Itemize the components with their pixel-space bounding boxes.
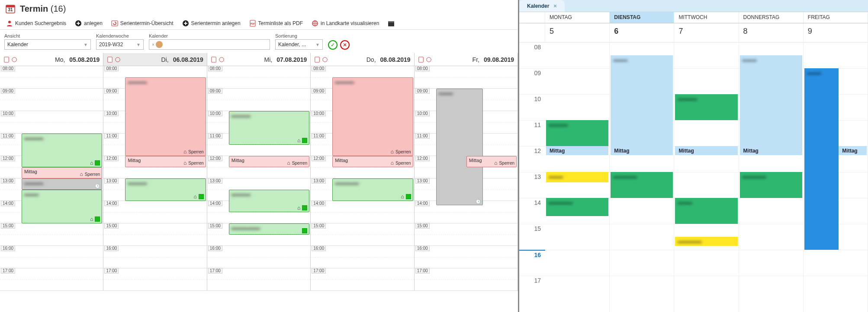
calendar-event[interactable]: Mittag — [740, 146, 802, 155]
home-icon: ⌂ — [90, 160, 93, 166]
toolbar-anlegen[interactable]: anlegen — [75, 20, 103, 27]
home-icon: ⌂ — [183, 160, 186, 166]
calendar-event[interactable]: Mittag⌂Sperren — [125, 156, 206, 167]
calendar-event[interactable]: ▬▬▬ — [611, 55, 673, 146]
pdf-icon[interactable] — [3, 57, 10, 63]
calendar-event[interactable]: Mittag⌂Sperren — [22, 167, 102, 178]
hour-row[interactable]: 15:00 — [311, 223, 414, 246]
hour-row[interactable]: 09:00 — [207, 89, 310, 111]
calendar-event[interactable]: ▬▬▬▬⌂Sperren — [125, 77, 206, 156]
hour-label: 17:00 — [415, 268, 430, 274]
event-title: ▬▬▬▬ — [24, 180, 43, 185]
globe-icon[interactable] — [11, 57, 17, 63]
calendar-event[interactable]: ▬▬▬ — [675, 198, 737, 224]
hour-row[interactable]: 17:00 — [415, 268, 518, 291]
right-day-column: ▬▬▬Mittag▬▬▬▬▬ — [610, 42, 674, 312]
calendar-event[interactable]: ▬▬▬▬ — [546, 120, 608, 146]
hour-label: 16:00 — [415, 245, 430, 251]
tab-kalender[interactable]: Kalender × — [519, 0, 565, 12]
hour-label: 13:00 — [312, 178, 326, 184]
toolbar-terminliste-pdf[interactable]: PDF Terminliste als PDF — [249, 20, 303, 27]
hour-row[interactable]: 10:00 — [0, 111, 103, 134]
toolbar-serientermin-anlegen[interactable]: Serientermin anlegen — [182, 20, 241, 27]
user-chip[interactable]: × — [152, 41, 163, 48]
hour-row[interactable]: 15:00 — [415, 223, 518, 246]
hour-row[interactable]: 08:00 — [415, 66, 518, 89]
hour-row[interactable]: 15:00 — [0, 223, 103, 246]
toolbar-in-landkarte[interactable]: in Landkarte visualisieren — [312, 20, 379, 27]
day-name: MONTAG — [545, 12, 610, 23]
filter-kalender-select[interactable]: × — [149, 39, 270, 50]
svg-point-19 — [323, 57, 328, 62]
reset-button[interactable]: ✕ — [340, 40, 350, 50]
close-icon[interactable]: × — [553, 3, 557, 9]
globe-icon[interactable] — [115, 57, 121, 63]
toolbar-kunden-suchergebnis[interactable]: Kunden Suchergebnis — [6, 20, 66, 27]
hour-row[interactable]: 17:00 — [103, 268, 206, 291]
calendar-event[interactable]: ▬▬▬▬⌂Sperren — [332, 77, 413, 156]
toolbar-extra[interactable] — [388, 20, 395, 27]
calendar-event[interactable]: ▬▬▬▬▬ — [546, 198, 608, 216]
calendar-event[interactable]: ▬▬▬ — [546, 172, 608, 182]
calendar-event[interactable]: ▬▬▬▬⌂ — [125, 178, 206, 201]
calendar-event[interactable]: Mittag⌂Sperren — [229, 156, 309, 167]
pdf-icon[interactable] — [314, 57, 320, 63]
calendar-event[interactable]: ▬▬▬ — [740, 55, 802, 146]
calendar-event[interactable]: Mittag — [675, 146, 737, 155]
filter-sortierung-select[interactable]: Kalender, ... ▼ — [275, 39, 323, 50]
hour-row[interactable]: 09:00 — [0, 89, 103, 111]
hour-row[interactable]: 16:00 — [0, 246, 103, 268]
hour-row[interactable]: 17:00 — [0, 268, 103, 291]
hour-row[interactable]: 16:00 — [311, 246, 414, 268]
hour-label: 10:00 — [1, 111, 15, 116]
hour-label: 16:00 — [312, 245, 326, 251]
globe-icon[interactable] — [219, 57, 225, 63]
filter-ansicht-select[interactable]: Kalender ▼ — [4, 39, 91, 50]
hour-label: 08:00 — [104, 66, 119, 71]
calendar-event[interactable]: ▬▬▬▬▬▬ — [229, 223, 309, 235]
calendar-event[interactable]: ▬▬▬▬▬ — [611, 172, 673, 198]
hour-row[interactable]: 17:00 — [207, 268, 310, 291]
hour-row[interactable]: 14:00 — [103, 201, 206, 223]
apply-button[interactable]: ✓ — [328, 40, 338, 50]
calendar-event[interactable]: ▬▬▬▬▬ — [740, 172, 802, 198]
calendar-event[interactable]: Mittag — [839, 146, 867, 155]
hour-label: 15:00 — [1, 223, 15, 229]
calendar-event[interactable]: ▬▬▬▬▬⌂ — [332, 178, 413, 201]
pdf-icon[interactable] — [211, 57, 217, 63]
calendar-event[interactable]: Mittag⌂Sperren — [332, 156, 413, 167]
hour-label: 12:00 — [1, 156, 15, 161]
filter-kalenderwoche-select[interactable]: 2019-W32 ▼ — [96, 39, 144, 50]
pdf-icon[interactable] — [418, 57, 424, 63]
close-icon[interactable]: × — [152, 42, 154, 47]
hour-label: 12:00 — [208, 156, 222, 161]
calendar-event[interactable]: ▬▬▬▬▬ — [675, 237, 737, 246]
calendar-event[interactable]: Mittag⌂Sperren — [466, 156, 517, 167]
svg-rect-20 — [418, 57, 423, 62]
calendar-event[interactable]: ▬▬▬▬⌂ — [229, 111, 309, 145]
globe-icon[interactable] — [426, 57, 432, 63]
calendar-event[interactable]: ▬▬▬ — [804, 68, 839, 250]
calendar-event[interactable]: ▬▬▬▬ — [675, 94, 737, 120]
calendar-event[interactable]: ▬▬▬▬🕒 — [22, 178, 102, 190]
hour-row[interactable]: 15:00 — [103, 223, 206, 246]
hour-row[interactable]: 16:00 — [415, 246, 518, 268]
calendar-event[interactable]: Mittag — [611, 146, 673, 155]
calendar-event[interactable]: ▬▬▬⌂ — [22, 190, 102, 223]
hour-row[interactable]: 16:00 — [103, 246, 206, 268]
right-day-column: ▬▬▬▬Mittag▬▬▬▬▬▬▬▬ — [545, 42, 610, 312]
status-square-icon — [302, 228, 307, 233]
event-title: Mittag — [128, 158, 141, 163]
hour-row[interactable]: 17:00 — [311, 268, 414, 291]
calendar-event[interactable]: ▬▬▬▬⌂ — [22, 134, 102, 167]
toolbar-serientermin-uebersicht[interactable]: Serientermin-Übersicht — [111, 20, 174, 27]
calendar-event[interactable]: ▬▬▬🕒 — [436, 89, 483, 205]
hour-row[interactable]: 14:00 — [311, 201, 414, 223]
hour-row[interactable]: 08:00 — [207, 66, 310, 89]
globe-icon[interactable] — [322, 57, 328, 63]
hour-row[interactable]: 16:00 — [207, 246, 310, 268]
calendar-event[interactable]: Mittag — [546, 146, 608, 155]
pdf-icon[interactable] — [107, 57, 113, 63]
calendar-event[interactable]: ▬▬▬▬⌂ — [229, 190, 309, 212]
hour-row[interactable]: 08:00 — [0, 66, 103, 89]
